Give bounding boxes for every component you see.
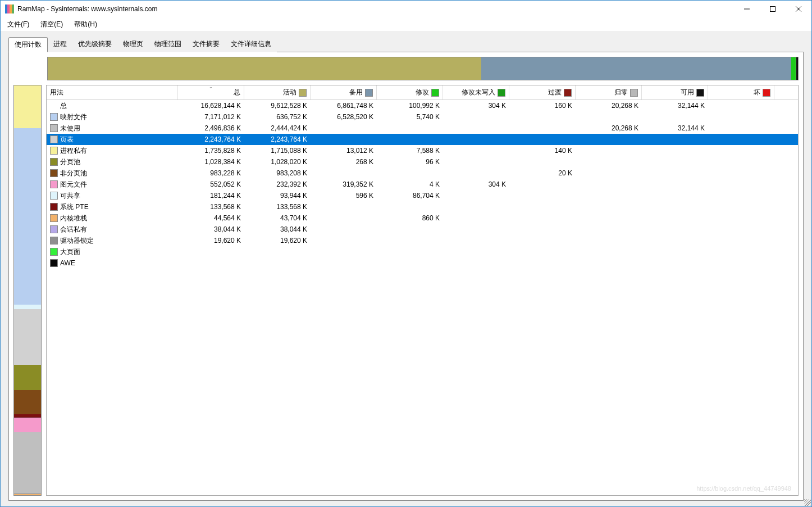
titlebar[interactable]: RamMap - Sysinternals: www.sysinternals.…	[1, 1, 811, 17]
tab-physical-ranges[interactable]: 物理范围	[149, 37, 187, 52]
table-row[interactable]: 可共享181,244 K93,944 K596 K86,704 K	[47, 190, 798, 201]
cell-active: 636,752 K	[244, 113, 311, 121]
vbar-seg-paged_pool	[14, 365, 41, 390]
cell-transition: 20 K	[509, 169, 576, 177]
cell-modified: 860 K	[377, 214, 443, 222]
session_private-swatch-icon	[50, 225, 58, 233]
sort-caret-icon: ⌄	[209, 85, 213, 89]
watermark-text: https://blog.csdn.net/qq_44749948	[696, 485, 791, 492]
cell-total: 133,568 K	[178, 203, 244, 211]
usage-horizontal-bar	[47, 57, 799, 80]
cell-total: 983,228 K	[178, 169, 244, 177]
vbar-seg-shareable	[14, 305, 41, 309]
svg-rect-1	[770, 7, 775, 12]
table-row[interactable]: 未使用2,496,836 K2,444,424 K20,268 K32,144 …	[47, 123, 798, 134]
cell-active: 983,208 K	[244, 169, 311, 177]
col-active[interactable]: 活动	[244, 85, 311, 99]
window-title: RamMap - Sysinternals: www.sysinternals.…	[17, 5, 157, 13]
cell-modified_nowrite: 304 K	[443, 102, 509, 110]
menu-help[interactable]: 帮助(H)	[70, 19, 102, 30]
row-label: 系统 PTE	[60, 202, 89, 212]
row-label: 内核堆栈	[60, 214, 87, 223]
tab-physical-pages[interactable]: 物理页	[117, 37, 149, 52]
cell-active: 232,392 K	[244, 180, 311, 188]
tab-processes[interactable]: 进程	[48, 37, 72, 52]
cell-active: 43,704 K	[244, 214, 311, 222]
table-row[interactable]: AWE	[47, 257, 798, 269]
row-label: 非分页池	[60, 169, 87, 178]
cell-total: 2,496,836 K	[178, 124, 244, 132]
cell-modified: 5,740 K	[377, 113, 443, 121]
cell-standby: 6,528,520 K	[311, 113, 377, 121]
client-area: 使用计数 进程 优先级摘要 物理页 物理范围 文件摘要 文件详细信息 用法 ⌄总…	[1, 31, 811, 506]
col-usage[interactable]: 用法	[47, 85, 178, 99]
table-row[interactable]: 大页面	[47, 246, 798, 257]
cell-modified_nowrite: 304 K	[443, 180, 509, 188]
cell-modified: 96 K	[377, 158, 443, 166]
hbar-seg-free	[796, 57, 798, 80]
use-counts-list[interactable]: 用法 ⌄总 活动 备用 修改 修改未写入 过渡 归零 可用 坏 总16,628,…	[46, 85, 799, 496]
cell-total: 1,735,828 K	[178, 147, 244, 155]
page_table-swatch-icon	[50, 135, 58, 143]
bad-swatch-icon	[763, 89, 770, 97]
row-label: 未使用	[60, 124, 80, 133]
menu-file[interactable]: 文件(F)	[3, 19, 34, 30]
modified-swatch-icon	[431, 89, 439, 97]
vbar-seg-process_private	[14, 85, 41, 128]
unused-swatch-icon	[50, 124, 58, 132]
large_page-swatch-icon	[50, 248, 58, 256]
cell-modified: 4 K	[377, 180, 443, 188]
table-row[interactable]: 内核堆栈44,564 K43,704 K860 K	[47, 212, 798, 224]
minimize-button[interactable]	[734, 1, 760, 17]
row-label: 图元文件	[60, 180, 87, 189]
table-row[interactable]: 会话私有38,044 K38,044 K	[47, 224, 798, 235]
col-bad[interactable]: 坏	[708, 85, 774, 99]
col-modified-nowrite[interactable]: 修改未写入	[443, 85, 509, 99]
col-free[interactable]: 可用	[642, 85, 708, 99]
app-window: RamMap - Sysinternals: www.sysinternals.…	[0, 0, 812, 507]
col-zeroed[interactable]: 归零	[576, 85, 642, 99]
cell-active: 19,620 K	[244, 237, 311, 245]
maximize-button[interactable]	[760, 1, 786, 17]
table-row[interactable]: 进程私有1,735,828 K1,715,088 K13,012 K7,588 …	[47, 145, 798, 156]
cell-zeroed: 20,268 K	[576, 124, 642, 132]
resize-grip-icon[interactable]	[804, 499, 811, 506]
tab-file-summary[interactable]: 文件摘要	[187, 37, 225, 52]
cell-active: 2,243,764 K	[244, 135, 311, 143]
row-label: 会话私有	[60, 225, 87, 234]
table-row[interactable]: 非分页池983,228 K983,208 K20 K	[47, 168, 798, 179]
metafile-swatch-icon	[50, 180, 58, 188]
column-headers: 用法 ⌄总 活动 备用 修改 修改未写入 过渡 归零 可用 坏	[47, 85, 798, 100]
table-row[interactable]: 分页池1,028,384 K1,028,020 K268 K96 K	[47, 156, 798, 168]
tab-file-details[interactable]: 文件详细信息	[225, 37, 277, 52]
cell-transition: 160 K	[509, 102, 576, 110]
table-row[interactable]: 页表2,243,764 K2,243,764 K	[47, 134, 798, 145]
cell-total: 552,052 K	[178, 180, 244, 188]
awe-swatch-icon	[50, 259, 58, 267]
cell-total: 7,171,012 K	[178, 113, 244, 121]
tab-panel: 用法 ⌄总 活动 备用 修改 修改未写入 过渡 归零 可用 坏 总16,628,…	[8, 52, 804, 501]
table-row[interactable]: 映射文件7,171,012 K636,752 K6,528,520 K5,740…	[47, 111, 798, 123]
col-total[interactable]: ⌄总	[178, 85, 244, 99]
cell-free: 32,144 K	[642, 124, 708, 132]
table-row[interactable]: 图元文件552,052 K232,392 K319,352 K4 K304 K	[47, 179, 798, 190]
close-button[interactable]	[786, 1, 811, 17]
table-row[interactable]: 系统 PTE133,568 K133,568 K	[47, 201, 798, 212]
menu-empty[interactable]: 清空(E)	[36, 19, 67, 30]
table-row[interactable]: 驱动器锁定19,620 K19,620 K	[47, 235, 798, 246]
mapped_file-swatch-icon	[50, 113, 58, 121]
row-label: 分页池	[60, 157, 80, 167]
tab-priority-summary[interactable]: 优先级摘要	[72, 37, 117, 52]
table-row[interactable]: 总16,628,144 K9,612,528 K6,861,748 K100,9…	[47, 100, 798, 111]
cell-active: 9,612,528 K	[244, 102, 311, 110]
kernel_stack-swatch-icon	[50, 214, 58, 222]
menubar: 文件(F) 清空(E) 帮助(H)	[1, 17, 811, 31]
cell-modified: 7,588 K	[377, 147, 443, 155]
tab-use-counts[interactable]: 使用计数	[8, 37, 48, 52]
col-transition[interactable]: 过渡	[509, 85, 576, 99]
shareable-swatch-icon	[50, 192, 58, 200]
col-standby[interactable]: 备用	[311, 85, 377, 99]
col-modified[interactable]: 修改	[377, 85, 443, 99]
cell-active: 2,444,424 K	[244, 124, 311, 132]
usage-vertical-bar	[13, 85, 42, 496]
